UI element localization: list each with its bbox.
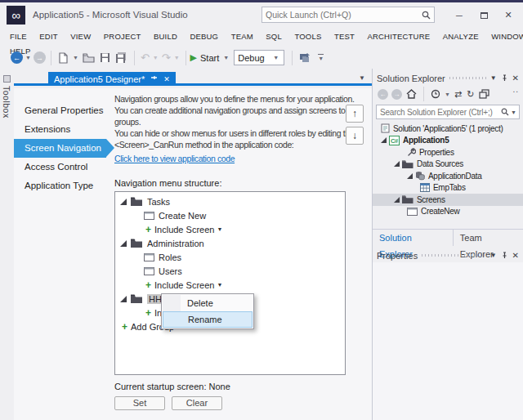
close-tab-icon[interactable]: ✕	[163, 75, 170, 83]
tree-group-tasks[interactable]: Tasks	[115, 194, 345, 208]
context-menu-rename[interactable]: Rename	[163, 311, 253, 328]
undo-dropdown-caret-icon[interactable]: ▼	[153, 55, 159, 60]
include-caret-icon[interactable]: ▼	[217, 282, 222, 288]
node-screens[interactable]: Screens	[373, 194, 523, 206]
undo-icon[interactable]: ↶	[141, 51, 150, 64]
include-caret-icon[interactable]: ▼	[217, 226, 222, 232]
move-up-button[interactable]: ↑	[346, 105, 364, 123]
tab-solution-explorer[interactable]: Solution Explorer	[373, 230, 453, 246]
expander-icon[interactable]	[394, 161, 400, 167]
node-project-application5[interactable]: C# Application5	[373, 135, 523, 147]
expander-icon[interactable]	[120, 240, 127, 247]
menu-team[interactable]: TEAM	[228, 32, 257, 41]
node-data-sources[interactable]: Data Sources	[373, 159, 523, 171]
solution-explorer-header[interactable]: Solution Explorer ▼ ✕	[373, 71, 523, 85]
tree-include-screen-administration[interactable]: + Include Screen ▼	[115, 278, 345, 292]
expander-icon[interactable]	[381, 137, 387, 143]
tab-application5-designer[interactable]: Application5 Designer* ✕	[48, 72, 176, 86]
sync-with-active-document-icon[interactable]: ⇄	[454, 89, 462, 100]
close-icon[interactable]: ✕	[512, 251, 519, 260]
menu-sql[interactable]: SQL	[262, 32, 285, 41]
menu-build[interactable]: BUILD	[150, 32, 181, 41]
pin-icon[interactable]	[501, 252, 508, 259]
maximize-button[interactable]	[477, 11, 490, 20]
nav-access-control[interactable]: Access Control	[14, 158, 106, 176]
se-back-button[interactable]: ←	[378, 89, 388, 100]
se-search-input[interactable]	[377, 108, 501, 117]
node-properties[interactable]: Properties	[373, 146, 523, 159]
quick-launch-box[interactable]	[262, 7, 435, 23]
new-item-icon[interactable]	[58, 52, 69, 64]
context-menu-delete[interactable]: Delete	[163, 295, 253, 311]
tree-group-administration[interactable]: Administration	[115, 236, 345, 250]
node-application-data[interactable]: ApplicationData	[373, 170, 523, 182]
clear-button[interactable]: Clear	[172, 396, 222, 410]
tree-screen-users[interactable]: Users	[115, 264, 345, 278]
redo-dropdown-caret-icon[interactable]: ▼	[174, 55, 180, 60]
nav-application-type[interactable]: Application Type	[14, 176, 106, 195]
expander-icon[interactable]	[394, 197, 400, 203]
refresh-icon[interactable]: ↻	[467, 89, 474, 100]
nav-extensions[interactable]: Extensions	[14, 120, 106, 139]
solution-explorer-search[interactable]: ▼	[376, 105, 520, 119]
tab-list-caret-icon[interactable]: ▼	[359, 74, 365, 82]
quick-launch-input[interactable]	[262, 10, 422, 20]
combo-caret-icon[interactable]: ▼	[273, 55, 279, 60]
pending-changes-filter-icon[interactable]	[431, 89, 440, 99]
save-icon[interactable]	[100, 52, 110, 63]
tree-screen-roles[interactable]: Roles	[115, 250, 345, 264]
expander-icon[interactable]	[407, 173, 413, 179]
find-in-files-icon[interactable]	[299, 52, 311, 63]
menu-debug[interactable]: DEBUG	[186, 32, 221, 41]
open-file-icon[interactable]	[83, 53, 95, 63]
tree-screen-create-new[interactable]: Create New	[115, 208, 345, 222]
pin-icon[interactable]	[150, 75, 158, 83]
start-debug-icon[interactable]: ▶	[190, 52, 197, 63]
menu-analyze[interactable]: ANALYZE	[440, 32, 482, 41]
filter-caret-icon[interactable]: ▼	[445, 92, 450, 97]
search-icon[interactable]	[501, 108, 509, 116]
menu-edit[interactable]: EDIT	[36, 32, 60, 41]
toolbar-options-icon[interactable]: ▼	[318, 54, 324, 61]
search-options-caret-icon[interactable]: ▼	[511, 109, 516, 115]
tab-team-explorer[interactable]: Team Explorer	[453, 230, 523, 246]
navigation-tree[interactable]: Tasks Create New + Include Screen ▼	[114, 191, 346, 375]
menu-tools[interactable]: TOOLS	[291, 32, 324, 41]
node-emptabs[interactable]: EmpTabs	[373, 182, 523, 194]
menu-view[interactable]: VIEW	[67, 32, 94, 41]
start-button[interactable]: Start	[200, 53, 219, 63]
home-icon[interactable]	[406, 89, 417, 99]
expander-icon[interactable]	[120, 199, 127, 205]
close-button[interactable]: ✕	[502, 10, 515, 20]
menu-file[interactable]: FILE	[7, 32, 30, 41]
expander-icon[interactable]	[120, 296, 127, 302]
toolbar-overflow-icon[interactable]: ..	[512, 85, 519, 94]
window-position-caret-icon[interactable]: ▼	[490, 252, 497, 259]
tree-include-screen-tasks[interactable]: + Include Screen ▼	[115, 222, 345, 236]
se-forward-button[interactable]: →	[391, 89, 402, 100]
move-down-button[interactable]: ↓	[346, 127, 364, 145]
minimize-button[interactable]: ─	[453, 11, 466, 20]
solution-configurations-combo[interactable]: Debug ▼	[234, 50, 284, 65]
set-button[interactable]: Set	[114, 396, 165, 410]
navigate-back-button[interactable]: ←	[11, 51, 23, 64]
menu-architecture[interactable]: ARCHITECTURE	[364, 32, 433, 41]
close-icon[interactable]: ✕	[512, 74, 519, 83]
menu-project[interactable]: PROJECT	[101, 32, 145, 41]
panel-drag-texture[interactable]	[422, 254, 486, 257]
window-position-caret-icon[interactable]: ▼	[490, 74, 497, 82]
toolbox-tab[interactable]: Toolbox	[2, 75, 11, 118]
menu-window[interactable]: WINDOW	[488, 32, 523, 41]
redo-icon[interactable]: ↷	[162, 51, 171, 64]
pin-icon[interactable]	[501, 74, 508, 82]
show-all-files-icon[interactable]	[479, 89, 489, 99]
properties-panel-header[interactable]: Properties ▼ ✕	[373, 248, 523, 262]
back-dropdown-caret-icon[interactable]: ▼	[25, 55, 31, 60]
node-solution[interactable]: Solution 'Application5' (1 project)	[373, 123, 523, 135]
panel-drag-texture[interactable]	[449, 77, 486, 79]
view-application-code-link[interactable]: Click here to view application code	[114, 153, 235, 164]
node-create-new[interactable]: CreateNew	[373, 206, 523, 218]
nav-screen-navigation[interactable]: Screen Navigation	[14, 139, 106, 158]
start-dropdown-caret-icon[interactable]: ▼	[223, 55, 229, 60]
menu-test[interactable]: TEST	[331, 32, 358, 41]
